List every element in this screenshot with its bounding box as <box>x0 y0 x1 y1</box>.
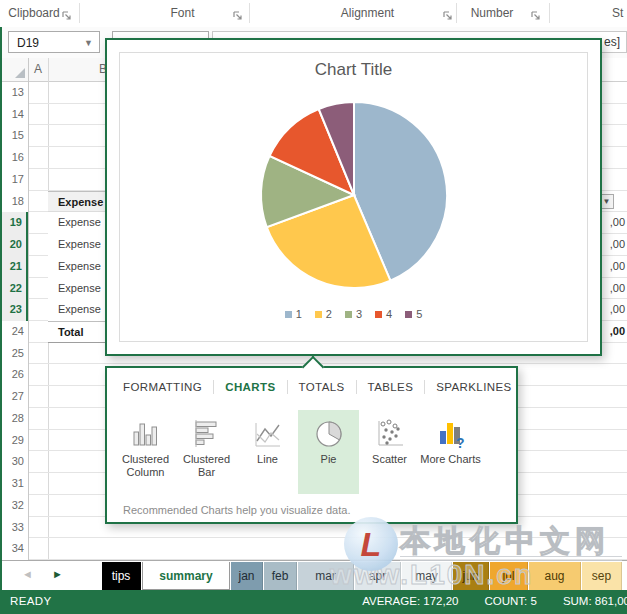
chart-button-label: Clustered Bar <box>176 453 237 479</box>
window-left-edge <box>0 27 2 590</box>
sheet-tab-tips[interactable]: tips <box>102 562 141 590</box>
sheet-tab-summary[interactable]: summary <box>142 562 230 590</box>
dialog-launcher-icon[interactable] <box>233 8 244 19</box>
row-header-34[interactable]: 34 <box>0 538 28 560</box>
chart-button-clustered-column[interactable]: Clustered Column <box>115 410 176 494</box>
qa-tab-separator <box>287 380 288 394</box>
legend-item-2: 2 <box>315 308 332 320</box>
row-header-22[interactable]: 22 <box>0 278 28 300</box>
chart-preview-popup: Chart Title 12345 <box>105 38 602 356</box>
row-header-31[interactable]: 31 <box>0 473 28 495</box>
legend-marker <box>345 311 352 318</box>
chart-button-line[interactable]: Line <box>237 410 298 494</box>
qa-buttons: Clustered Column Clustered Bar Line Pie <box>115 410 481 494</box>
status-mode: READY <box>10 595 52 607</box>
sheet-tab-aug[interactable]: aug <box>529 562 581 590</box>
row-header-16[interactable]: 16 <box>0 147 28 169</box>
row-header-23[interactable]: 23 <box>0 299 28 321</box>
chart-legend: 12345 <box>107 308 600 320</box>
sheet-tab-jan[interactable]: jan <box>231 562 263 590</box>
status-count: COUNT: 5 <box>484 595 536 607</box>
ribbon-group-styles: St <box>612 6 627 20</box>
row-header-32[interactable]: 32 <box>0 495 28 517</box>
row-header-33[interactable]: 33 <box>0 517 28 539</box>
chart-button-label: Clustered Column <box>115 453 176 479</box>
dialog-launcher-icon[interactable] <box>62 8 73 19</box>
row-header-15[interactable]: 15 <box>0 125 28 147</box>
watermark-logo-letter: L <box>361 525 382 564</box>
chart-button-label: Scatter <box>359 453 420 466</box>
ribbon-separator <box>549 3 550 23</box>
status-bar: READY AVERAGE: 172,20 COUNT: 5 SUM: 861,… <box>0 590 627 614</box>
legend-marker <box>285 311 292 318</box>
status-average: AVERAGE: 172,20 <box>362 595 458 607</box>
formula-text-fragment: es] <box>604 35 620 49</box>
column-header-a[interactable]: A <box>28 58 48 81</box>
status-aggregates: AVERAGE: 172,20 COUNT: 5 SUM: 861,00 <box>362 595 627 607</box>
row-header-24[interactable]: 24 <box>0 321 28 343</box>
qa-footer-text: Recommended Charts help you visualize da… <box>123 504 350 516</box>
cell-total[interactable]: Total <box>48 321 110 343</box>
scatter-chart-icon <box>359 415 420 453</box>
chart-button-pie[interactable]: Pie <box>298 410 359 494</box>
ribbon-strip: Clipboard Font Alignment Number St <box>0 0 627 28</box>
row-header-21[interactable]: 21 <box>0 256 28 278</box>
chart-button-label: Pie <box>298 453 359 466</box>
qa-tab-tables[interactable]: TABLES <box>368 381 414 393</box>
ribbon-separator <box>249 3 250 23</box>
ribbon-group-number: Number <box>452 6 532 20</box>
row-header-29[interactable]: 29 <box>0 430 28 452</box>
ribbon-separator <box>79 3 80 23</box>
status-sum: SUM: 861,00 <box>563 595 627 607</box>
legend-item-1: 1 <box>285 308 302 320</box>
watermark-underline <box>400 556 622 557</box>
row-header-27[interactable]: 27 <box>0 386 28 408</box>
tab-scroll-left-icon[interactable]: ◄ <box>22 568 33 580</box>
legend-item-5: 5 <box>405 308 422 320</box>
qa-tab-sparklines[interactable]: SPARKLINES <box>436 381 511 393</box>
qa-tab-charts[interactable]: CHARTS <box>225 381 275 393</box>
chart-button-scatter[interactable]: Scatter <box>359 410 420 494</box>
qa-tabs: FORMATTINGCHARTSTOTALSTABLESSPARKLINES <box>123 380 512 394</box>
chart-button-label: Line <box>237 453 298 466</box>
more-charts-icon: ? <box>420 415 481 453</box>
qa-tab-formatting[interactable]: FORMATTING <box>123 381 202 393</box>
clustered-bar-icon <box>176 415 237 453</box>
sheet-tab-feb[interactable]: feb <box>264 562 297 590</box>
chart-button-more-charts[interactable]: ? More Charts <box>420 410 481 494</box>
cell-expense-header[interactable]: Expense <box>48 191 110 213</box>
clustered-column-icon <box>115 415 176 453</box>
sheet-tab-sep[interactable]: sep <box>582 562 622 590</box>
row-header-28[interactable]: 28 <box>0 408 28 430</box>
chart-button-label: More Charts <box>420 453 481 466</box>
chevron-down-icon[interactable]: ▼ <box>84 32 93 54</box>
watermark-underline <box>400 560 622 561</box>
watermark-logo: L <box>344 517 398 571</box>
dialog-launcher-icon[interactable] <box>531 8 542 19</box>
name-box-value: D19 <box>17 36 39 50</box>
ribbon-group-clipboard: Clipboard <box>4 6 64 20</box>
row-header-20[interactable]: 20 <box>0 234 28 256</box>
excel-window: Clipboard Font Alignment Number St D19 ▼… <box>0 0 627 614</box>
select-all-corner[interactable] <box>0 58 28 81</box>
qa-tab-totals[interactable]: TOTALS <box>299 381 345 393</box>
row-header-25[interactable]: 25 <box>0 343 28 365</box>
chart-title: Chart Title <box>107 60 600 80</box>
line-chart-icon <box>237 415 298 453</box>
row-header-30[interactable]: 30 <box>0 451 28 473</box>
row-header-19[interactable]: 19 <box>0 212 28 234</box>
svg-text:?: ? <box>456 435 465 451</box>
row-header-14[interactable]: 14 <box>0 104 28 126</box>
legend-item-4: 4 <box>375 308 392 320</box>
chart-button-clustered-bar[interactable]: Clustered Bar <box>176 410 237 494</box>
name-box[interactable]: D19 ▼ <box>8 31 100 53</box>
row-header-13[interactable]: 13 <box>0 82 28 104</box>
row-header-26[interactable]: 26 <box>0 364 28 386</box>
row-header-18[interactable]: 18 <box>0 191 28 213</box>
legend-marker <box>375 311 382 318</box>
legend-item-3: 3 <box>345 308 362 320</box>
row-header-17[interactable]: 17 <box>0 169 28 191</box>
legend-marker <box>405 311 412 318</box>
legend-marker <box>315 311 322 318</box>
tab-scroll-right-icon[interactable]: ► <box>52 568 63 580</box>
